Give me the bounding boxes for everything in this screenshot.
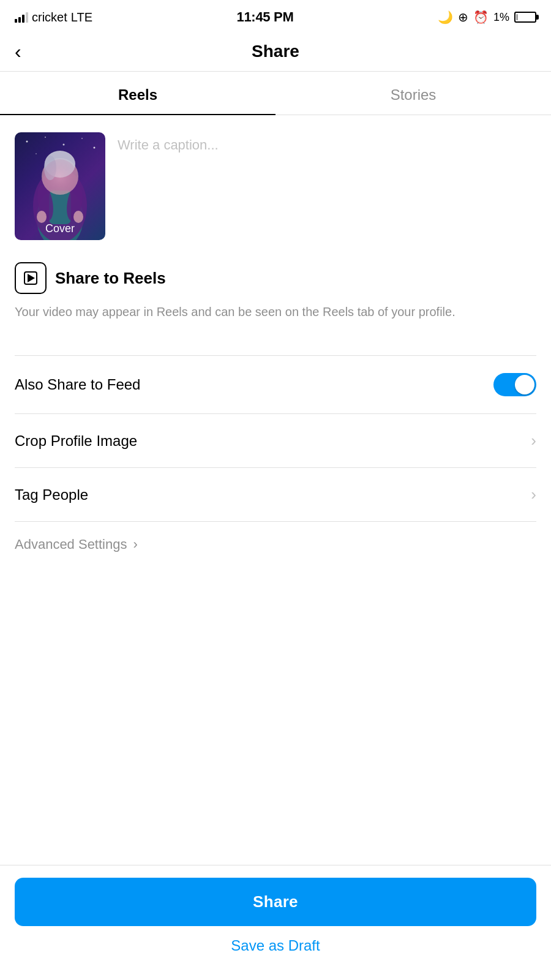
battery-percent: 1%	[493, 11, 509, 24]
header: ‹ Share	[0, 32, 551, 72]
page-title: Share	[252, 42, 299, 61]
battery-icon	[514, 12, 536, 23]
crop-profile-image-row[interactable]: Crop Profile Image ›	[15, 414, 536, 467]
status-bar: cricket LTE 11:45 PM 🌙 ⊕ ⏰ 1%	[0, 0, 551, 32]
also-share-feed-toggle[interactable]	[493, 373, 536, 396]
svg-point-3	[81, 138, 83, 139]
play-icon	[28, 274, 35, 282]
svg-point-1	[45, 137, 46, 138]
status-left: cricket LTE	[15, 10, 92, 24]
share-reels-section: Share to Reels Your video may appear in …	[15, 262, 536, 338]
share-reels-description: Your video may appear in Reels and can b…	[15, 303, 536, 321]
save-draft-button[interactable]: Save as Draft	[15, 926, 536, 965]
cover-label: Cover	[45, 222, 75, 235]
svg-point-0	[26, 141, 28, 143]
chevron-right-icon-2: ›	[531, 485, 536, 504]
back-button[interactable]: ‹	[15, 42, 21, 61]
reels-icon-inner	[24, 271, 37, 285]
tag-people-label: Tag People	[15, 486, 88, 503]
chevron-right-icon-1: ›	[531, 431, 536, 450]
location-icon: ⊕	[458, 10, 468, 24]
svg-point-4	[94, 147, 96, 149]
status-right: 🌙 ⊕ ⏰ 1%	[438, 10, 536, 24]
tag-people-row[interactable]: Tag People ›	[15, 468, 536, 521]
tab-stories[interactable]: Stories	[276, 72, 551, 115]
bottom-section: Share Save as Draft	[0, 865, 551, 980]
moon-icon: 🌙	[438, 10, 453, 24]
also-share-feed-label: Also Share to Feed	[15, 376, 140, 393]
cover-thumbnail[interactable]: Cover	[15, 132, 105, 240]
chevron-right-icon-3: ›	[133, 537, 137, 552]
share-reels-header: Share to Reels	[15, 262, 536, 294]
advanced-settings-label: Advanced Settings	[15, 537, 127, 552]
svg-point-16	[73, 211, 83, 223]
svg-point-14	[43, 159, 77, 194]
caption-placeholder: Write a caption...	[118, 137, 219, 153]
signal-icon	[15, 12, 28, 23]
main-content: Cover Write a caption... Share to Reels …	[0, 115, 551, 584]
svg-point-2	[63, 144, 65, 146]
time-label: 11:45 PM	[237, 9, 294, 25]
alarm-icon: ⏰	[473, 10, 489, 24]
svg-point-15	[37, 211, 47, 223]
share-button[interactable]: Share	[15, 878, 536, 926]
crop-profile-image-label: Crop Profile Image	[15, 432, 137, 450]
caption-section: Cover Write a caption...	[15, 132, 536, 240]
toggle-knob	[515, 375, 534, 394]
tabs-bar: Reels Stories	[0, 72, 551, 115]
share-reels-title: Share to Reels	[55, 269, 166, 288]
network-label: LTE	[71, 10, 92, 24]
advanced-settings-row[interactable]: Advanced Settings ›	[15, 522, 536, 567]
svg-point-5	[36, 153, 37, 154]
tab-reels[interactable]: Reels	[0, 72, 276, 115]
carrier-label: cricket	[32, 10, 67, 24]
also-share-feed-row: Also Share to Feed	[15, 356, 536, 413]
caption-input[interactable]: Write a caption...	[118, 132, 536, 240]
reels-icon	[15, 262, 47, 294]
